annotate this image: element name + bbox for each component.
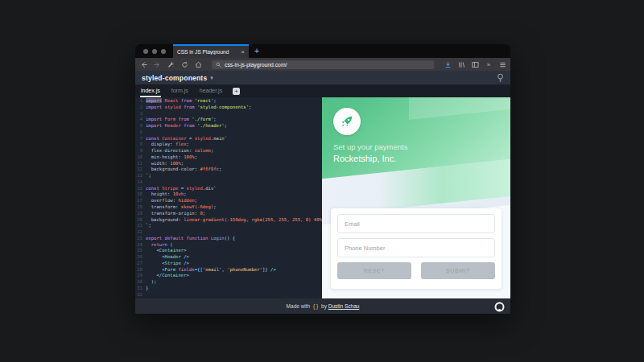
code-line: 19 transform-origin: 0; — [135, 211, 322, 217]
code-line: 6 — [135, 130, 322, 136]
code-line: 18 transform: skewY(-6deg); — [135, 204, 322, 211]
code-line: 7const Container = styled.main` — [135, 136, 322, 142]
code-line: 8 display: flex; — [135, 142, 322, 148]
url-text: css-in-js-playground.com/ — [225, 62, 287, 68]
search-icon — [216, 62, 221, 68]
new-tab-button[interactable]: + — [249, 44, 265, 58]
code-line: 17 overflow: hidden; — [135, 198, 322, 204]
footer-by: by — [321, 303, 327, 309]
zoom-window-button[interactable] — [161, 49, 166, 54]
close-window-button[interactable] — [143, 49, 148, 54]
hero-title: Rocketship, Inc. — [333, 154, 407, 163]
window-controls — [135, 44, 173, 58]
preview-pane: Set up your payments Rocketship, Inc. RE… — [322, 97, 510, 298]
code-line: 30 ); — [135, 279, 322, 286]
logo-badge — [333, 108, 361, 135]
browser-window: CSS in JS Playground × + css-in-js-playg… — [135, 44, 510, 314]
home-icon[interactable] — [193, 60, 203, 69]
tab-title: CSS in JS Playground — [177, 49, 237, 55]
code-editor[interactable]: 1import React from 'react';2import style… — [135, 97, 322, 298]
url-bar[interactable]: css-in-js-playground.com/ — [212, 60, 434, 69]
file-tab-bar: index.jsform.jsheader.js+ — [135, 84, 510, 97]
code-line: 22 — [135, 229, 322, 236]
code-line: 3 — [135, 111, 322, 117]
chevron-down-icon[interactable]: ▾ — [210, 75, 213, 81]
library-selector[interactable]: styled-components — [142, 74, 207, 82]
code-line: 9 flex-direction: column; — [135, 148, 322, 154]
close-tab-icon[interactable]: × — [241, 49, 245, 56]
code-line: 25 <Container> — [135, 248, 322, 254]
footer-text: Made with { } by Dustin Schau — [287, 303, 360, 309]
hero-content: Set up your payments Rocketship, Inc. — [333, 108, 407, 163]
code-line: 12 background-color: #f6f9fc; — [135, 167, 322, 173]
hero-subtitle: Set up your payments — [333, 142, 407, 151]
code-line: 32 — [135, 292, 322, 298]
code-line: 31} — [135, 286, 322, 292]
browser-tab[interactable]: CSS in JS Playground × — [173, 44, 249, 58]
code-line: 2import styled from 'styled-components'; — [135, 105, 322, 111]
wrench-icon[interactable] — [166, 60, 175, 69]
phone-number-input[interactable] — [337, 238, 495, 257]
add-file-button[interactable]: + — [233, 88, 240, 95]
file-tab-index.js[interactable]: index.js — [140, 85, 161, 97]
reload-icon[interactable] — [180, 60, 189, 69]
minimize-window-button[interactable] — [152, 49, 157, 54]
footer-prefix: Made with — [287, 303, 311, 309]
code-line: 29 </Container> — [135, 273, 322, 279]
email-input[interactable] — [337, 214, 495, 233]
code-line: 24 return ( — [135, 242, 322, 249]
form-fields — [337, 214, 495, 257]
code-line: 11 width: 100%; — [135, 161, 322, 167]
forward-icon[interactable] — [152, 60, 162, 69]
library-icon[interactable] — [456, 60, 466, 69]
submit-button[interactable]: SUBMIT — [421, 262, 495, 279]
code-line: 14 — [135, 179, 322, 186]
author-link[interactable]: Dustin Schau — [328, 303, 360, 309]
code-line: 21`; — [135, 223, 322, 229]
code-line: 20 background: linear-gradient(-150deg, … — [135, 217, 322, 224]
code-line: 15const Stripe = styled.div` — [135, 186, 322, 192]
browser-tab-bar: CSS in JS Playground × + — [135, 44, 510, 58]
code-line: 13`; — [135, 173, 322, 179]
file-tab-form.js[interactable]: form.js — [171, 85, 189, 97]
code-line: 4import Form from './form'; — [135, 117, 322, 123]
code-line: 26 <Header /> — [135, 254, 322, 261]
browser-toolbar: css-in-js-playground.com/ » — [135, 58, 510, 71]
code-line: 5import Header from './header'; — [135, 123, 322, 130]
code-line: 1import React from 'react'; — [135, 98, 322, 105]
code-braces-icon: { } — [313, 303, 318, 309]
form-buttons: RESETSUBMIT — [337, 262, 495, 279]
overflow-menu-icon[interactable]: » — [484, 60, 493, 69]
sidebar-icon[interactable] — [470, 60, 480, 69]
playground-footer: Made with { } by Dustin Schau — [135, 298, 510, 314]
github-icon[interactable] — [494, 301, 505, 314]
theme-lightbulb-icon[interactable] — [497, 71, 504, 85]
code-line: 27 <Stripe /> — [135, 261, 322, 267]
download-icon[interactable] — [443, 60, 452, 69]
code-line: 10 min-height: 100%; — [135, 154, 322, 161]
rocket-icon — [340, 114, 354, 129]
code-line: 23export default function Login() { — [135, 236, 322, 242]
hamburger-menu-icon[interactable] — [497, 60, 507, 69]
back-icon[interactable] — [138, 60, 148, 69]
code-line: 28 <Form fields={['email', 'phoneNumber'… — [135, 267, 322, 274]
playground-header: styled-components ▾ — [135, 71, 510, 84]
payment-form-card: RESETSUBMIT — [331, 208, 502, 289]
code-line: 16 height: 10vh; — [135, 191, 322, 198]
reset-button[interactable]: RESET — [337, 262, 411, 279]
file-tab-header.js[interactable]: header.js — [199, 85, 223, 97]
